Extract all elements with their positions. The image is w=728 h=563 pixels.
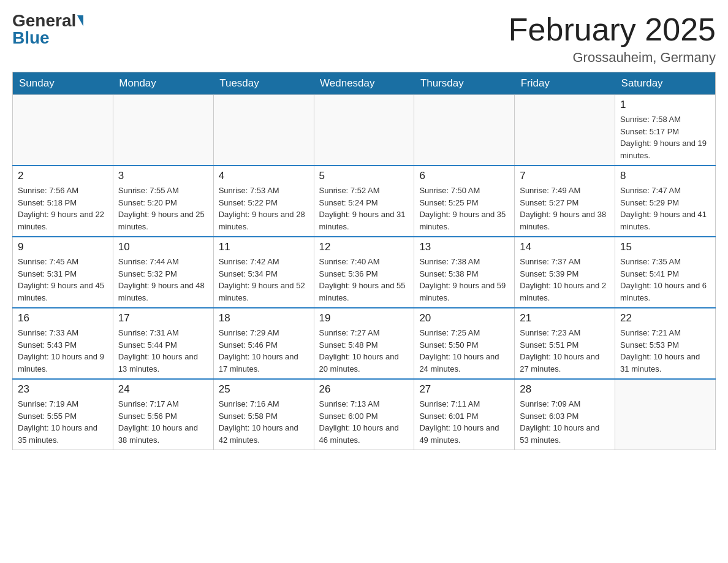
day-info: Sunrise: 7:38 AMSunset: 5:38 PMDaylight:… <box>419 256 509 304</box>
day-info: Sunrise: 7:50 AMSunset: 5:25 PMDaylight:… <box>419 185 509 232</box>
day-number: 23 <box>18 383 108 396</box>
calendar-week-row: 9Sunrise: 7:45 AMSunset: 5:31 PMDaylight… <box>13 237 716 308</box>
calendar-cell: 25Sunrise: 7:16 AMSunset: 5:58 PMDayligh… <box>213 379 314 450</box>
day-number: 2 <box>18 170 108 182</box>
calendar-header-tuesday: Tuesday <box>213 72 314 95</box>
calendar-cell: 20Sunrise: 7:25 AMSunset: 5:50 PMDayligh… <box>414 308 515 379</box>
calendar-cell: 12Sunrise: 7:40 AMSunset: 5:36 PMDayligh… <box>314 237 414 308</box>
day-number: 27 <box>419 383 509 396</box>
day-number: 19 <box>319 312 409 324</box>
day-info: Sunrise: 7:11 AMSunset: 6:01 PMDaylight:… <box>419 398 509 446</box>
calendar-cell: 28Sunrise: 7:09 AMSunset: 6:03 PMDayligh… <box>515 379 615 450</box>
calendar-week-row: 23Sunrise: 7:19 AMSunset: 5:55 PMDayligh… <box>13 379 716 450</box>
day-info: Sunrise: 7:17 AMSunset: 5:56 PMDaylight:… <box>118 398 208 446</box>
calendar-header-friday: Friday <box>515 72 615 95</box>
calendar-cell: 6Sunrise: 7:50 AMSunset: 5:25 PMDaylight… <box>414 166 515 237</box>
calendar-cell <box>213 95 314 166</box>
calendar-cell: 26Sunrise: 7:13 AMSunset: 6:00 PMDayligh… <box>314 379 414 450</box>
day-number: 7 <box>520 170 610 182</box>
logo: General Blue <box>12 12 83 47</box>
calendar-header-wednesday: Wednesday <box>314 72 414 95</box>
calendar-cell: 13Sunrise: 7:38 AMSunset: 5:38 PMDayligh… <box>414 237 515 308</box>
calendar-cell: 21Sunrise: 7:23 AMSunset: 5:51 PMDayligh… <box>515 308 615 379</box>
calendar-cell: 8Sunrise: 7:47 AMSunset: 5:29 PMDaylight… <box>615 166 716 237</box>
calendar-cell: 4Sunrise: 7:53 AMSunset: 5:22 PMDaylight… <box>213 166 314 237</box>
day-info: Sunrise: 7:55 AMSunset: 5:20 PMDaylight:… <box>118 185 208 232</box>
calendar-cell: 16Sunrise: 7:33 AMSunset: 5:43 PMDayligh… <box>13 308 113 379</box>
day-number: 25 <box>219 383 309 396</box>
calendar-cell: 22Sunrise: 7:21 AMSunset: 5:53 PMDayligh… <box>615 308 716 379</box>
day-number: 12 <box>319 241 409 253</box>
day-info: Sunrise: 7:42 AMSunset: 5:34 PMDaylight:… <box>219 256 309 304</box>
calendar-cell <box>515 95 615 166</box>
day-number: 26 <box>319 383 409 396</box>
logo-general-text: General <box>12 12 76 29</box>
day-number: 8 <box>620 170 710 182</box>
title-block: February 2025 Grossauheim, Germany <box>509 12 716 66</box>
day-info: Sunrise: 7:45 AMSunset: 5:31 PMDaylight:… <box>18 256 108 304</box>
day-info: Sunrise: 7:40 AMSunset: 5:36 PMDaylight:… <box>319 256 409 304</box>
calendar-header-sunday: Sunday <box>13 72 113 95</box>
calendar-cell: 2Sunrise: 7:56 AMSunset: 5:18 PMDaylight… <box>13 166 113 237</box>
calendar-cell: 3Sunrise: 7:55 AMSunset: 5:20 PMDaylight… <box>113 166 213 237</box>
calendar-cell: 15Sunrise: 7:35 AMSunset: 5:41 PMDayligh… <box>615 237 716 308</box>
day-info: Sunrise: 7:52 AMSunset: 5:24 PMDaylight:… <box>319 185 409 232</box>
day-number: 5 <box>319 170 409 182</box>
day-number: 28 <box>520 383 610 396</box>
calendar-cell: 19Sunrise: 7:27 AMSunset: 5:48 PMDayligh… <box>314 308 414 379</box>
calendar-cell: 11Sunrise: 7:42 AMSunset: 5:34 PMDayligh… <box>213 237 314 308</box>
calendar-cell: 24Sunrise: 7:17 AMSunset: 5:56 PMDayligh… <box>113 379 213 450</box>
calendar-header-monday: Monday <box>113 72 213 95</box>
day-number: 21 <box>520 312 610 324</box>
calendar-header-saturday: Saturday <box>615 72 716 95</box>
logo-blue-text: Blue <box>12 29 50 47</box>
day-info: Sunrise: 7:16 AMSunset: 5:58 PMDaylight:… <box>219 398 309 446</box>
day-number: 15 <box>620 241 710 253</box>
day-number: 22 <box>620 312 710 324</box>
day-number: 20 <box>419 312 509 324</box>
day-number: 10 <box>118 241 208 253</box>
day-info: Sunrise: 7:37 AMSunset: 5:39 PMDaylight:… <box>520 256 610 304</box>
calendar-cell: 14Sunrise: 7:37 AMSunset: 5:39 PMDayligh… <box>515 237 615 308</box>
calendar-cell: 1Sunrise: 7:58 AMSunset: 5:17 PMDaylight… <box>615 95 716 166</box>
calendar-cell: 10Sunrise: 7:44 AMSunset: 5:32 PMDayligh… <box>113 237 213 308</box>
page-header: General Blue February 2025 Grossauheim, … <box>12 12 716 66</box>
day-info: Sunrise: 7:09 AMSunset: 6:03 PMDaylight:… <box>520 398 610 446</box>
location-title: Grossauheim, Germany <box>509 50 716 66</box>
calendar-cell <box>615 379 716 450</box>
day-info: Sunrise: 7:44 AMSunset: 5:32 PMDaylight:… <box>118 256 208 304</box>
calendar-cell: 18Sunrise: 7:29 AMSunset: 5:46 PMDayligh… <box>213 308 314 379</box>
day-info: Sunrise: 7:23 AMSunset: 5:51 PMDaylight:… <box>520 327 610 375</box>
calendar-cell: 9Sunrise: 7:45 AMSunset: 5:31 PMDaylight… <box>13 237 113 308</box>
calendar-week-row: 1Sunrise: 7:58 AMSunset: 5:17 PMDaylight… <box>13 95 716 166</box>
day-number: 24 <box>118 383 208 396</box>
month-title: February 2025 <box>509 12 716 47</box>
calendar-cell <box>13 95 113 166</box>
calendar-cell: 27Sunrise: 7:11 AMSunset: 6:01 PMDayligh… <box>414 379 515 450</box>
day-info: Sunrise: 7:29 AMSunset: 5:46 PMDaylight:… <box>219 327 309 375</box>
day-number: 11 <box>219 241 309 253</box>
day-info: Sunrise: 7:58 AMSunset: 5:17 PMDaylight:… <box>620 113 710 161</box>
day-info: Sunrise: 7:35 AMSunset: 5:41 PMDaylight:… <box>620 256 710 304</box>
day-number: 9 <box>18 241 108 253</box>
day-info: Sunrise: 7:49 AMSunset: 5:27 PMDaylight:… <box>520 185 610 232</box>
day-number: 18 <box>219 312 309 324</box>
day-number: 3 <box>118 170 208 182</box>
day-info: Sunrise: 7:53 AMSunset: 5:22 PMDaylight:… <box>219 185 309 232</box>
day-number: 1 <box>620 99 710 111</box>
day-number: 6 <box>419 170 509 182</box>
calendar-cell: 17Sunrise: 7:31 AMSunset: 5:44 PMDayligh… <box>113 308 213 379</box>
logo-triangle-icon <box>77 15 83 26</box>
day-info: Sunrise: 7:25 AMSunset: 5:50 PMDaylight:… <box>419 327 509 375</box>
day-info: Sunrise: 7:47 AMSunset: 5:29 PMDaylight:… <box>620 185 710 232</box>
calendar-header-row: SundayMondayTuesdayWednesdayThursdayFrid… <box>13 72 716 95</box>
day-number: 13 <box>419 241 509 253</box>
day-info: Sunrise: 7:21 AMSunset: 5:53 PMDaylight:… <box>620 327 710 375</box>
day-info: Sunrise: 7:33 AMSunset: 5:43 PMDaylight:… <box>18 327 108 375</box>
calendar-cell: 7Sunrise: 7:49 AMSunset: 5:27 PMDaylight… <box>515 166 615 237</box>
day-info: Sunrise: 7:13 AMSunset: 6:00 PMDaylight:… <box>319 398 409 446</box>
calendar-week-row: 16Sunrise: 7:33 AMSunset: 5:43 PMDayligh… <box>13 308 716 379</box>
calendar-cell <box>314 95 414 166</box>
calendar-cell <box>414 95 515 166</box>
calendar-cell: 23Sunrise: 7:19 AMSunset: 5:55 PMDayligh… <box>13 379 113 450</box>
